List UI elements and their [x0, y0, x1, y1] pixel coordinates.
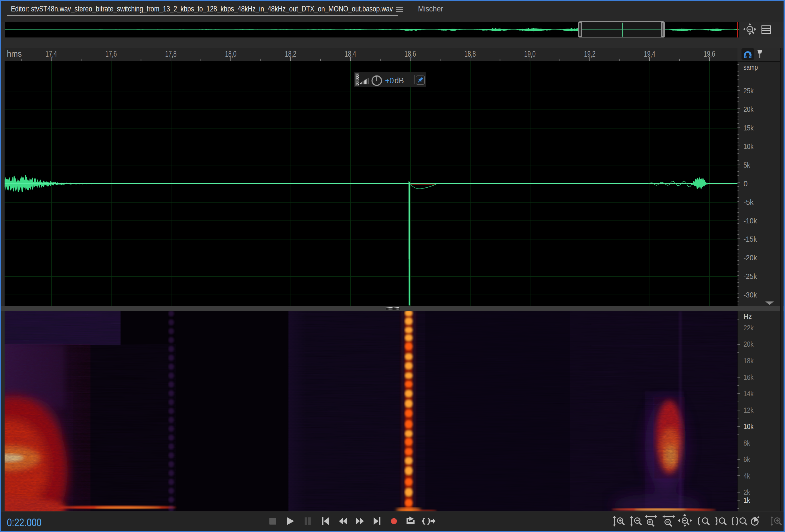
- svg-text:14k: 14k: [743, 389, 754, 398]
- svg-text:18,4: 18,4: [345, 49, 356, 58]
- svg-text:-15k: -15k: [743, 235, 757, 243]
- svg-text:18,8: 18,8: [464, 49, 476, 58]
- svg-text:0: 0: [743, 179, 748, 188]
- svg-text:16k: 16k: [743, 373, 754, 381]
- svg-text:18,0: 18,0: [225, 49, 236, 58]
- svg-text:+0: +0: [385, 76, 394, 85]
- svg-text:5k: 5k: [743, 161, 750, 169]
- svg-text:20k: 20k: [743, 105, 754, 113]
- svg-text:-20k: -20k: [743, 254, 757, 262]
- svg-text:17,8: 17,8: [165, 49, 177, 58]
- svg-text:15k: 15k: [743, 124, 754, 132]
- svg-text:17,6: 17,6: [105, 49, 117, 58]
- svg-text:-10k: -10k: [743, 216, 757, 225]
- svg-text:-30k: -30k: [743, 291, 757, 299]
- svg-text:19,0: 19,0: [524, 49, 536, 58]
- svg-text:2k: 2k: [743, 488, 750, 497]
- svg-text:8k: 8k: [743, 439, 750, 447]
- svg-text:18,6: 18,6: [405, 49, 416, 58]
- svg-text:0:22.000: 0:22.000: [7, 516, 42, 529]
- svg-text:19,6: 19,6: [704, 49, 715, 58]
- svg-text:18k: 18k: [743, 356, 754, 365]
- svg-text:Hz: Hz: [743, 312, 752, 321]
- svg-text:17,4: 17,4: [46, 49, 57, 58]
- svg-text:dB: dB: [395, 76, 404, 85]
- svg-text:4k: 4k: [743, 472, 750, 480]
- svg-text:samp: samp: [743, 63, 758, 72]
- svg-text:hms: hms: [7, 49, 22, 58]
- svg-text:-25k: -25k: [743, 272, 757, 281]
- svg-text:Editor: stvST48n.wav_stereo_bi: Editor: stvST48n.wav_stereo_bitrate_swit…: [11, 4, 393, 13]
- svg-text:20k: 20k: [743, 340, 754, 348]
- svg-text:22k: 22k: [743, 323, 754, 332]
- svg-text:6k: 6k: [743, 455, 750, 463]
- svg-text:19,2: 19,2: [584, 49, 596, 58]
- svg-text:12k: 12k: [743, 406, 754, 415]
- svg-text:1k: 1k: [743, 496, 750, 505]
- svg-text:10k: 10k: [743, 422, 754, 431]
- svg-text:10k: 10k: [743, 142, 754, 151]
- svg-text:-5k: -5k: [743, 198, 754, 207]
- svg-text:19,4: 19,4: [644, 49, 655, 58]
- svg-text:18,2: 18,2: [285, 49, 296, 58]
- svg-text:Mischer: Mischer: [418, 4, 443, 13]
- svg-text:25k: 25k: [743, 86, 754, 95]
